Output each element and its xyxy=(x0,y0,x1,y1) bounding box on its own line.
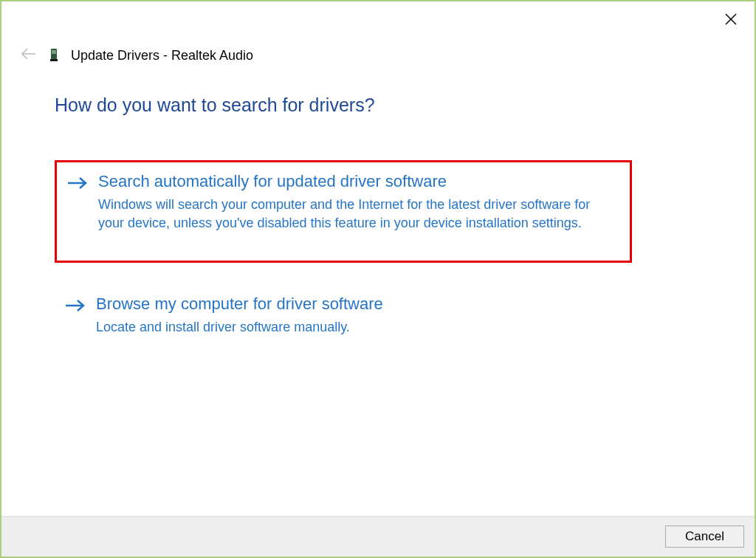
svg-rect-5 xyxy=(50,59,58,61)
wizard-footer: Cancel xyxy=(1,516,755,557)
option-title: Browse my computer for driver software xyxy=(96,294,697,315)
back-arrow-icon xyxy=(21,46,37,65)
update-drivers-wizard: Update Drivers - Realtek Audio How do yo… xyxy=(1,1,755,557)
option-text-block: Browse my computer for driver software L… xyxy=(96,294,697,337)
option-search-automatically[interactable]: Search automatically for updated driver … xyxy=(55,160,632,263)
wizard-content: How do you want to search for drivers? S… xyxy=(1,71,755,516)
device-icon xyxy=(49,47,59,63)
option-browse-manually[interactable]: Browse my computer for driver software L… xyxy=(55,285,710,350)
cancel-button[interactable]: Cancel xyxy=(665,526,744,548)
option-description: Locate and install driver software manua… xyxy=(96,318,605,337)
titlebar: Update Drivers - Realtek Audio xyxy=(1,1,755,71)
svg-rect-4 xyxy=(52,50,56,54)
close-button[interactable] xyxy=(722,12,740,30)
option-description: Windows will search your computer and th… xyxy=(98,196,608,232)
arrow-right-icon xyxy=(65,297,86,314)
option-text-block: Search automatically for updated driver … xyxy=(98,171,616,232)
arrow-right-icon xyxy=(67,174,88,192)
wizard-heading: How do you want to search for drivers? xyxy=(55,94,710,116)
back-button[interactable] xyxy=(21,47,37,63)
window-title: Update Drivers - Realtek Audio xyxy=(71,48,253,63)
close-icon xyxy=(724,13,738,29)
option-title: Search automatically for updated driver … xyxy=(98,171,616,193)
